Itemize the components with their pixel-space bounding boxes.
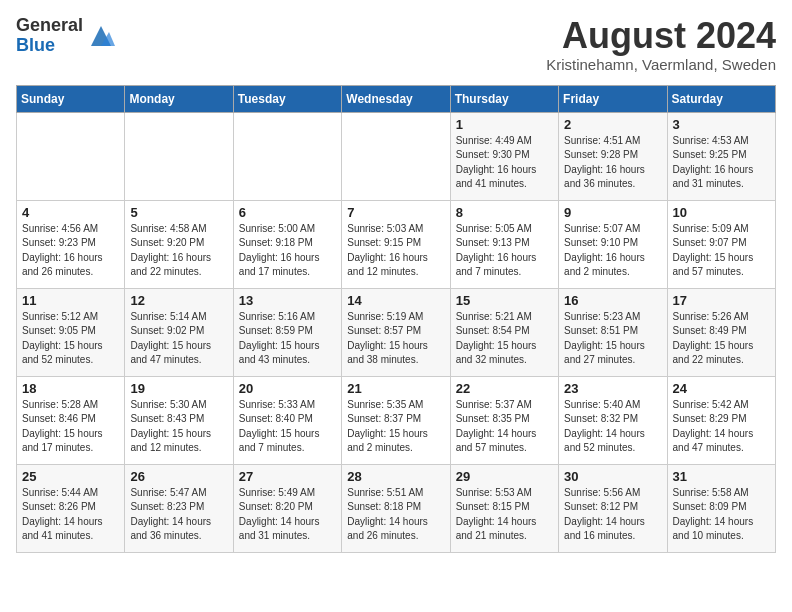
calendar-cell [233,112,341,200]
calendar-cell [17,112,125,200]
day-number: 17 [673,293,770,308]
calendar-cell: 11Sunrise: 5:12 AM Sunset: 9:05 PM Dayli… [17,288,125,376]
day-info: Sunrise: 5:56 AM Sunset: 8:12 PM Dayligh… [564,486,661,544]
day-number: 19 [130,381,227,396]
day-number: 29 [456,469,553,484]
day-info: Sunrise: 5:28 AM Sunset: 8:46 PM Dayligh… [22,398,119,456]
day-number: 31 [673,469,770,484]
day-number: 30 [564,469,661,484]
calendar-cell: 3Sunrise: 4:53 AM Sunset: 9:25 PM Daylig… [667,112,775,200]
calendar-table: SundayMondayTuesdayWednesdayThursdayFrid… [16,85,776,553]
day-number: 6 [239,205,336,220]
day-info: Sunrise: 4:51 AM Sunset: 9:28 PM Dayligh… [564,134,661,192]
day-info: Sunrise: 5:03 AM Sunset: 9:15 PM Dayligh… [347,222,444,280]
day-number: 10 [673,205,770,220]
day-number: 18 [22,381,119,396]
calendar-cell [342,112,450,200]
calendar-cell: 7Sunrise: 5:03 AM Sunset: 9:15 PM Daylig… [342,200,450,288]
header-day: Tuesday [233,85,341,112]
day-number: 25 [22,469,119,484]
location: Kristinehamn, Vaermland, Sweden [546,56,776,73]
calendar-cell: 28Sunrise: 5:51 AM Sunset: 8:18 PM Dayli… [342,464,450,552]
calendar-cell: 26Sunrise: 5:47 AM Sunset: 8:23 PM Dayli… [125,464,233,552]
day-info: Sunrise: 5:05 AM Sunset: 9:13 PM Dayligh… [456,222,553,280]
calendar-cell: 24Sunrise: 5:42 AM Sunset: 8:29 PM Dayli… [667,376,775,464]
day-number: 5 [130,205,227,220]
day-info: Sunrise: 5:35 AM Sunset: 8:37 PM Dayligh… [347,398,444,456]
day-info: Sunrise: 5:30 AM Sunset: 8:43 PM Dayligh… [130,398,227,456]
day-info: Sunrise: 5:12 AM Sunset: 9:05 PM Dayligh… [22,310,119,368]
logo-general: General [16,16,83,36]
day-number: 20 [239,381,336,396]
header-day: Wednesday [342,85,450,112]
header-day: Monday [125,85,233,112]
calendar-cell: 8Sunrise: 5:05 AM Sunset: 9:13 PM Daylig… [450,200,558,288]
day-number: 27 [239,469,336,484]
calendar-cell: 6Sunrise: 5:00 AM Sunset: 9:18 PM Daylig… [233,200,341,288]
day-info: Sunrise: 5:58 AM Sunset: 8:09 PM Dayligh… [673,486,770,544]
day-info: Sunrise: 5:40 AM Sunset: 8:32 PM Dayligh… [564,398,661,456]
day-info: Sunrise: 5:44 AM Sunset: 8:26 PM Dayligh… [22,486,119,544]
calendar-cell: 16Sunrise: 5:23 AM Sunset: 8:51 PM Dayli… [559,288,667,376]
day-info: Sunrise: 5:00 AM Sunset: 9:18 PM Dayligh… [239,222,336,280]
month-title: August 2024 [546,16,776,56]
day-number: 21 [347,381,444,396]
day-number: 9 [564,205,661,220]
calendar-week: 18Sunrise: 5:28 AM Sunset: 8:46 PM Dayli… [17,376,776,464]
calendar-cell [125,112,233,200]
logo-text: General Blue [16,16,83,56]
header-day: Sunday [17,85,125,112]
day-number: 28 [347,469,444,484]
day-number: 1 [456,117,553,132]
calendar-cell: 29Sunrise: 5:53 AM Sunset: 8:15 PM Dayli… [450,464,558,552]
day-number: 23 [564,381,661,396]
calendar-cell: 23Sunrise: 5:40 AM Sunset: 8:32 PM Dayli… [559,376,667,464]
day-info: Sunrise: 5:53 AM Sunset: 8:15 PM Dayligh… [456,486,553,544]
day-number: 3 [673,117,770,132]
calendar-cell: 22Sunrise: 5:37 AM Sunset: 8:35 PM Dayli… [450,376,558,464]
calendar-cell: 5Sunrise: 4:58 AM Sunset: 9:20 PM Daylig… [125,200,233,288]
calendar-cell: 30Sunrise: 5:56 AM Sunset: 8:12 PM Dayli… [559,464,667,552]
day-number: 22 [456,381,553,396]
day-number: 24 [673,381,770,396]
day-number: 13 [239,293,336,308]
day-info: Sunrise: 4:56 AM Sunset: 9:23 PM Dayligh… [22,222,119,280]
day-number: 4 [22,205,119,220]
calendar-cell: 4Sunrise: 4:56 AM Sunset: 9:23 PM Daylig… [17,200,125,288]
day-info: Sunrise: 5:37 AM Sunset: 8:35 PM Dayligh… [456,398,553,456]
day-number: 14 [347,293,444,308]
header-day: Friday [559,85,667,112]
calendar-cell: 20Sunrise: 5:33 AM Sunset: 8:40 PM Dayli… [233,376,341,464]
calendar-cell: 18Sunrise: 5:28 AM Sunset: 8:46 PM Dayli… [17,376,125,464]
calendar-cell: 13Sunrise: 5:16 AM Sunset: 8:59 PM Dayli… [233,288,341,376]
day-info: Sunrise: 5:21 AM Sunset: 8:54 PM Dayligh… [456,310,553,368]
calendar-week: 1Sunrise: 4:49 AM Sunset: 9:30 PM Daylig… [17,112,776,200]
day-info: Sunrise: 5:42 AM Sunset: 8:29 PM Dayligh… [673,398,770,456]
page-header: General Blue August 2024 Kristinehamn, V… [16,16,776,73]
logo-icon [87,22,115,50]
calendar-cell: 2Sunrise: 4:51 AM Sunset: 9:28 PM Daylig… [559,112,667,200]
calendar-cell: 14Sunrise: 5:19 AM Sunset: 8:57 PM Dayli… [342,288,450,376]
day-number: 26 [130,469,227,484]
day-info: Sunrise: 4:53 AM Sunset: 9:25 PM Dayligh… [673,134,770,192]
calendar-cell: 1Sunrise: 4:49 AM Sunset: 9:30 PM Daylig… [450,112,558,200]
header-row: SundayMondayTuesdayWednesdayThursdayFrid… [17,85,776,112]
day-number: 7 [347,205,444,220]
day-info: Sunrise: 5:07 AM Sunset: 9:10 PM Dayligh… [564,222,661,280]
calendar-cell: 25Sunrise: 5:44 AM Sunset: 8:26 PM Dayli… [17,464,125,552]
day-info: Sunrise: 5:33 AM Sunset: 8:40 PM Dayligh… [239,398,336,456]
day-info: Sunrise: 5:47 AM Sunset: 8:23 PM Dayligh… [130,486,227,544]
calendar-cell: 12Sunrise: 5:14 AM Sunset: 9:02 PM Dayli… [125,288,233,376]
logo-blue: Blue [16,36,83,56]
header-day: Thursday [450,85,558,112]
day-info: Sunrise: 5:16 AM Sunset: 8:59 PM Dayligh… [239,310,336,368]
calendar-week: 4Sunrise: 4:56 AM Sunset: 9:23 PM Daylig… [17,200,776,288]
calendar-week: 11Sunrise: 5:12 AM Sunset: 9:05 PM Dayli… [17,288,776,376]
day-info: Sunrise: 5:23 AM Sunset: 8:51 PM Dayligh… [564,310,661,368]
title-block: August 2024 Kristinehamn, Vaermland, Swe… [546,16,776,73]
day-info: Sunrise: 4:58 AM Sunset: 9:20 PM Dayligh… [130,222,227,280]
calendar-cell: 19Sunrise: 5:30 AM Sunset: 8:43 PM Dayli… [125,376,233,464]
calendar-cell: 27Sunrise: 5:49 AM Sunset: 8:20 PM Dayli… [233,464,341,552]
calendar-cell: 17Sunrise: 5:26 AM Sunset: 8:49 PM Dayli… [667,288,775,376]
day-info: Sunrise: 5:49 AM Sunset: 8:20 PM Dayligh… [239,486,336,544]
